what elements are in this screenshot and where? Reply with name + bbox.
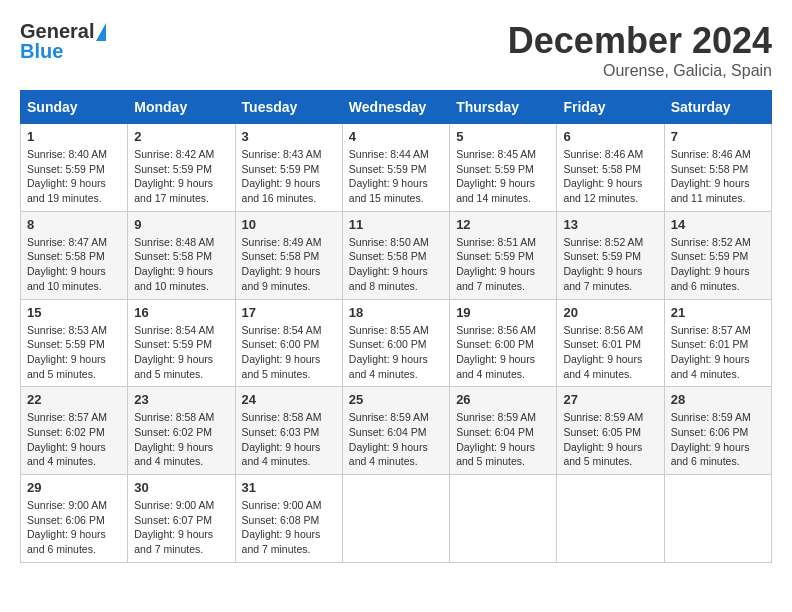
calendar-cell: 1Sunrise: 8:40 AM Sunset: 5:59 PM Daylig…	[21, 124, 128, 212]
calendar-cell: 21Sunrise: 8:57 AM Sunset: 6:01 PM Dayli…	[664, 299, 771, 387]
weekday-thursday: Thursday	[450, 91, 557, 124]
day-number: 29	[27, 480, 121, 495]
day-info: Sunrise: 9:00 AM Sunset: 6:07 PM Dayligh…	[134, 498, 228, 557]
calendar-cell: 20Sunrise: 8:56 AM Sunset: 6:01 PM Dayli…	[557, 299, 664, 387]
calendar-cell: 9Sunrise: 8:48 AM Sunset: 5:58 PM Daylig…	[128, 211, 235, 299]
day-number: 17	[242, 305, 336, 320]
calendar-cell: 13Sunrise: 8:52 AM Sunset: 5:59 PM Dayli…	[557, 211, 664, 299]
calendar-cell: 15Sunrise: 8:53 AM Sunset: 5:59 PM Dayli…	[21, 299, 128, 387]
day-number: 21	[671, 305, 765, 320]
day-info: Sunrise: 8:54 AM Sunset: 6:00 PM Dayligh…	[242, 323, 336, 382]
week-row-3: 15Sunrise: 8:53 AM Sunset: 5:59 PM Dayli…	[21, 299, 772, 387]
calendar-cell: 27Sunrise: 8:59 AM Sunset: 6:05 PM Dayli…	[557, 387, 664, 475]
calendar-cell: 31Sunrise: 9:00 AM Sunset: 6:08 PM Dayli…	[235, 475, 342, 563]
day-number: 7	[671, 129, 765, 144]
calendar-cell: 30Sunrise: 9:00 AM Sunset: 6:07 PM Dayli…	[128, 475, 235, 563]
day-info: Sunrise: 8:42 AM Sunset: 5:59 PM Dayligh…	[134, 147, 228, 206]
calendar-cell: 14Sunrise: 8:52 AM Sunset: 5:59 PM Dayli…	[664, 211, 771, 299]
day-number: 13	[563, 217, 657, 232]
calendar-cell	[450, 475, 557, 563]
calendar-cell: 7Sunrise: 8:46 AM Sunset: 5:58 PM Daylig…	[664, 124, 771, 212]
month-title: December 2024	[508, 20, 772, 62]
weekday-saturday: Saturday	[664, 91, 771, 124]
day-info: Sunrise: 8:51 AM Sunset: 5:59 PM Dayligh…	[456, 235, 550, 294]
calendar-cell: 26Sunrise: 8:59 AM Sunset: 6:04 PM Dayli…	[450, 387, 557, 475]
day-info: Sunrise: 9:00 AM Sunset: 6:06 PM Dayligh…	[27, 498, 121, 557]
day-info: Sunrise: 8:46 AM Sunset: 5:58 PM Dayligh…	[671, 147, 765, 206]
calendar-cell: 22Sunrise: 8:57 AM Sunset: 6:02 PM Dayli…	[21, 387, 128, 475]
weekday-header-row: SundayMondayTuesdayWednesdayThursdayFrid…	[21, 91, 772, 124]
page-header: General Blue December 2024 Ourense, Gali…	[20, 20, 772, 80]
logo-blue: Blue	[20, 40, 63, 63]
day-info: Sunrise: 8:53 AM Sunset: 5:59 PM Dayligh…	[27, 323, 121, 382]
day-number: 9	[134, 217, 228, 232]
day-info: Sunrise: 8:59 AM Sunset: 6:04 PM Dayligh…	[349, 410, 443, 469]
calendar-cell: 6Sunrise: 8:46 AM Sunset: 5:58 PM Daylig…	[557, 124, 664, 212]
calendar-cell: 29Sunrise: 9:00 AM Sunset: 6:06 PM Dayli…	[21, 475, 128, 563]
day-info: Sunrise: 8:50 AM Sunset: 5:58 PM Dayligh…	[349, 235, 443, 294]
day-number: 26	[456, 392, 550, 407]
calendar-cell: 18Sunrise: 8:55 AM Sunset: 6:00 PM Dayli…	[342, 299, 449, 387]
logo: General Blue	[20, 20, 106, 63]
weekday-friday: Friday	[557, 91, 664, 124]
day-info: Sunrise: 8:56 AM Sunset: 6:01 PM Dayligh…	[563, 323, 657, 382]
day-info: Sunrise: 8:52 AM Sunset: 5:59 PM Dayligh…	[563, 235, 657, 294]
week-row-5: 29Sunrise: 9:00 AM Sunset: 6:06 PM Dayli…	[21, 475, 772, 563]
calendar-cell: 11Sunrise: 8:50 AM Sunset: 5:58 PM Dayli…	[342, 211, 449, 299]
week-row-1: 1Sunrise: 8:40 AM Sunset: 5:59 PM Daylig…	[21, 124, 772, 212]
weekday-sunday: Sunday	[21, 91, 128, 124]
day-number: 20	[563, 305, 657, 320]
day-info: Sunrise: 8:52 AM Sunset: 5:59 PM Dayligh…	[671, 235, 765, 294]
calendar-cell: 10Sunrise: 8:49 AM Sunset: 5:58 PM Dayli…	[235, 211, 342, 299]
calendar-table: SundayMondayTuesdayWednesdayThursdayFrid…	[20, 90, 772, 563]
calendar-cell: 25Sunrise: 8:59 AM Sunset: 6:04 PM Dayli…	[342, 387, 449, 475]
day-number: 22	[27, 392, 121, 407]
calendar-cell: 2Sunrise: 8:42 AM Sunset: 5:59 PM Daylig…	[128, 124, 235, 212]
calendar-cell	[557, 475, 664, 563]
calendar-cell: 3Sunrise: 8:43 AM Sunset: 5:59 PM Daylig…	[235, 124, 342, 212]
day-info: Sunrise: 8:55 AM Sunset: 6:00 PM Dayligh…	[349, 323, 443, 382]
day-number: 28	[671, 392, 765, 407]
day-info: Sunrise: 8:59 AM Sunset: 6:04 PM Dayligh…	[456, 410, 550, 469]
calendar-cell	[664, 475, 771, 563]
day-number: 15	[27, 305, 121, 320]
day-info: Sunrise: 8:45 AM Sunset: 5:59 PM Dayligh…	[456, 147, 550, 206]
day-info: Sunrise: 8:49 AM Sunset: 5:58 PM Dayligh…	[242, 235, 336, 294]
day-number: 12	[456, 217, 550, 232]
calendar-cell: 5Sunrise: 8:45 AM Sunset: 5:59 PM Daylig…	[450, 124, 557, 212]
calendar-cell: 24Sunrise: 8:58 AM Sunset: 6:03 PM Dayli…	[235, 387, 342, 475]
calendar-cell: 23Sunrise: 8:58 AM Sunset: 6:02 PM Dayli…	[128, 387, 235, 475]
day-number: 1	[27, 129, 121, 144]
title-block: December 2024 Ourense, Galicia, Spain	[508, 20, 772, 80]
day-number: 25	[349, 392, 443, 407]
day-number: 11	[349, 217, 443, 232]
day-info: Sunrise: 8:56 AM Sunset: 6:00 PM Dayligh…	[456, 323, 550, 382]
day-info: Sunrise: 8:43 AM Sunset: 5:59 PM Dayligh…	[242, 147, 336, 206]
day-info: Sunrise: 8:57 AM Sunset: 6:02 PM Dayligh…	[27, 410, 121, 469]
location-title: Ourense, Galicia, Spain	[508, 62, 772, 80]
day-info: Sunrise: 8:59 AM Sunset: 6:06 PM Dayligh…	[671, 410, 765, 469]
weekday-monday: Monday	[128, 91, 235, 124]
day-number: 5	[456, 129, 550, 144]
day-number: 4	[349, 129, 443, 144]
day-info: Sunrise: 8:57 AM Sunset: 6:01 PM Dayligh…	[671, 323, 765, 382]
day-info: Sunrise: 8:46 AM Sunset: 5:58 PM Dayligh…	[563, 147, 657, 206]
calendar-cell	[342, 475, 449, 563]
logo-arrow-icon	[96, 23, 106, 41]
calendar-cell: 12Sunrise: 8:51 AM Sunset: 5:59 PM Dayli…	[450, 211, 557, 299]
day-number: 14	[671, 217, 765, 232]
day-number: 10	[242, 217, 336, 232]
week-row-2: 8Sunrise: 8:47 AM Sunset: 5:58 PM Daylig…	[21, 211, 772, 299]
day-number: 2	[134, 129, 228, 144]
weekday-wednesday: Wednesday	[342, 91, 449, 124]
calendar-cell: 17Sunrise: 8:54 AM Sunset: 6:00 PM Dayli…	[235, 299, 342, 387]
day-number: 23	[134, 392, 228, 407]
day-number: 31	[242, 480, 336, 495]
calendar-cell: 28Sunrise: 8:59 AM Sunset: 6:06 PM Dayli…	[664, 387, 771, 475]
day-number: 30	[134, 480, 228, 495]
day-number: 16	[134, 305, 228, 320]
day-number: 6	[563, 129, 657, 144]
day-info: Sunrise: 8:47 AM Sunset: 5:58 PM Dayligh…	[27, 235, 121, 294]
calendar-cell: 4Sunrise: 8:44 AM Sunset: 5:59 PM Daylig…	[342, 124, 449, 212]
calendar-cell: 16Sunrise: 8:54 AM Sunset: 5:59 PM Dayli…	[128, 299, 235, 387]
